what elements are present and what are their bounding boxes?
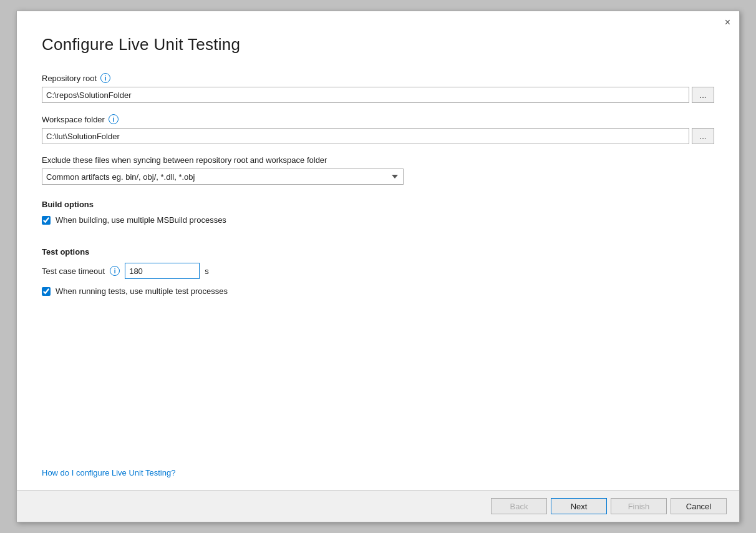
timeout-input[interactable] — [125, 263, 200, 279]
workspace-folder-group: Workspace folder i ... — [42, 114, 714, 144]
workspace-folder-info-icon[interactable]: i — [109, 114, 119, 124]
configure-dialog: × Configure Live Unit Testing Repository… — [16, 11, 740, 522]
repository-root-info-icon[interactable]: i — [100, 73, 110, 83]
timeout-info-icon[interactable]: i — [110, 266, 120, 276]
build-checkbox-row: When building, use multiple MSBuild proc… — [42, 215, 714, 225]
test-multiple-processes-checkbox[interactable] — [42, 287, 51, 296]
test-checkbox-label[interactable]: When running tests, use multiple test pr… — [56, 286, 228, 296]
test-checkbox-row: When running tests, use multiple test pr… — [42, 286, 714, 296]
test-options-title: Test options — [42, 247, 714, 257]
exclude-dropdown[interactable]: Common artifacts eg. bin/, obj/, *.dll, … — [42, 169, 404, 185]
exclude-files-group: Exclude these files when syncing between… — [42, 155, 714, 185]
close-button[interactable]: × — [722, 16, 733, 29]
timeout-unit: s — [205, 266, 209, 276]
test-options-group: Test options Test case timeout i s When … — [42, 243, 714, 303]
exclude-dropdown-row: Common artifacts eg. bin/, obj/, *.dll, … — [42, 169, 714, 185]
repository-root-label: Repository root i — [42, 73, 714, 83]
repository-root-browse-button[interactable]: ... — [692, 87, 714, 103]
repository-root-input[interactable] — [42, 87, 689, 103]
next-button[interactable]: Next — [551, 498, 607, 514]
workspace-folder-label-text: Workspace folder — [42, 115, 105, 124]
workspace-folder-browse-button[interactable]: ... — [692, 128, 714, 144]
build-checkbox-label[interactable]: When building, use multiple MSBuild proc… — [56, 215, 226, 225]
build-multiple-processes-checkbox[interactable] — [42, 216, 51, 225]
cancel-button[interactable]: Cancel — [671, 498, 727, 514]
timeout-label: Test case timeout — [42, 266, 105, 276]
finish-button[interactable]: Finish — [611, 498, 667, 514]
dialog-footer: Back Next Finish Cancel — [17, 490, 739, 522]
workspace-folder-input[interactable] — [42, 128, 689, 144]
exclude-label: Exclude these files when syncing between… — [42, 155, 714, 165]
back-button[interactable]: Back — [491, 498, 547, 514]
repository-root-group: Repository root i ... — [42, 73, 714, 103]
title-bar: × — [17, 11, 739, 29]
workspace-folder-label: Workspace folder i — [42, 114, 714, 124]
dialog-content: Configure Live Unit Testing Repository r… — [17, 29, 739, 490]
repository-root-label-text: Repository root — [42, 74, 97, 83]
test-timeout-row: Test case timeout i s — [42, 263, 714, 279]
help-link[interactable]: How do I configure Live Unit Testing? — [42, 456, 714, 477]
build-options-group: Build options When building, use multipl… — [42, 196, 714, 232]
workspace-folder-input-row: ... — [42, 128, 714, 144]
build-options-title: Build options — [42, 200, 714, 209]
dialog-title: Configure Live Unit Testing — [42, 35, 714, 54]
repository-root-input-row: ... — [42, 87, 714, 103]
